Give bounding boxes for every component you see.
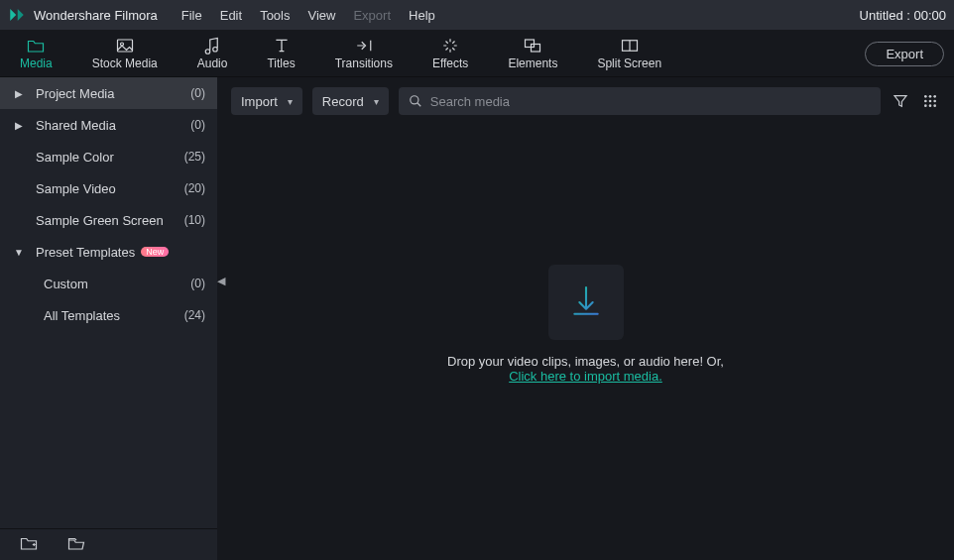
sidebar-item-count: (0) [190, 118, 205, 132]
image-icon [116, 37, 134, 55]
svg-point-5 [411, 96, 418, 104]
svg-point-14 [933, 104, 936, 107]
import-dropdown[interactable]: Import ▾ [231, 87, 302, 115]
sidebar-item-label: Preset Templates [36, 245, 135, 260]
new-badge: New [141, 247, 169, 257]
open-folder-icon[interactable] [67, 535, 85, 554]
sidebar-item-label: Custom [44, 277, 88, 291]
sidebar-item-count: (20) [184, 181, 205, 195]
sidebar-item-project-media[interactable]: ▶ Project Media (0) [0, 77, 217, 109]
sidebar-item-custom[interactable]: Custom (0) [0, 268, 217, 299]
sidebar: ▶ Project Media (0) ▶ Shared Media (0) S… [0, 77, 217, 528]
content-toolbar: Import ▾ Record ▾ [217, 83, 954, 119]
chevron-down-icon: ▾ [288, 96, 293, 107]
import-label: Import [241, 94, 278, 109]
tab-effects[interactable]: Effects [430, 30, 470, 77]
svg-point-10 [929, 100, 932, 103]
search-wrap[interactable] [399, 87, 881, 115]
sidebar-list: ▶ Project Media (0) ▶ Shared Media (0) S… [0, 77, 217, 528]
tab-effects-label: Effects [432, 56, 468, 70]
sidebar-item-count: (25) [184, 150, 205, 164]
sidebar-item-label: Sample Video [36, 181, 116, 196]
tab-elements-label: Elements [508, 56, 557, 70]
transitions-icon [355, 37, 373, 55]
sidebar-item-count: (24) [184, 308, 205, 322]
download-arrow-icon [566, 282, 606, 322]
main-area: ▶ Project Media (0) ▶ Shared Media (0) S… [0, 77, 954, 528]
sidebar-item-preset-templates[interactable]: ▼ Preset Templates New [0, 236, 217, 268]
tab-stock-label: Stock Media [92, 56, 158, 70]
record-dropdown[interactable]: Record ▾ [312, 87, 389, 115]
sidebar-item-label: All Templates [44, 308, 120, 323]
sidebar-item-count: (10) [184, 213, 205, 227]
tab-transitions[interactable]: Transitions [333, 30, 395, 77]
caret-right-icon: ▶ [14, 120, 24, 131]
app-logo-area: Wondershare Filmora [8, 6, 172, 24]
export-button[interactable]: Export [865, 42, 944, 66]
music-icon [203, 37, 221, 55]
menu-help[interactable]: Help [409, 8, 435, 23]
svg-rect-3 [532, 45, 540, 53]
sidebar-item-shared-media[interactable]: ▶ Shared Media (0) [0, 109, 217, 141]
svg-point-9 [924, 100, 927, 103]
sidebar-item-label: Project Media [36, 86, 114, 101]
filter-icon[interactable] [891, 91, 910, 111]
grid-view-icon[interactable] [920, 91, 940, 111]
app-name: Wondershare Filmora [34, 8, 158, 23]
tab-split-screen[interactable]: Split Screen [595, 30, 663, 77]
tool-tabs-bar: Media Stock Media Audio Titles Transitio… [0, 30, 954, 77]
sidebar-bottom-bar [0, 528, 217, 560]
sidebar-item-sample-color[interactable]: Sample Color (25) [0, 141, 217, 172]
tab-media-label: Media [20, 56, 53, 70]
svg-rect-0 [117, 40, 132, 52]
menu-tools[interactable]: Tools [260, 8, 290, 23]
main-menu: File Edit Tools View Export Help [181, 8, 435, 23]
overlap-icon [524, 37, 541, 55]
caret-right-icon: ▶ [14, 88, 24, 99]
tool-tabs: Media Stock Media Audio Titles Transitio… [18, 30, 663, 77]
new-folder-icon[interactable] [20, 535, 38, 554]
tab-split-label: Split Screen [597, 56, 661, 70]
menu-export: Export [353, 8, 391, 23]
import-media-link[interactable]: Click here to import media. [509, 369, 662, 384]
svg-point-8 [933, 95, 936, 98]
import-placeholder-card [548, 265, 624, 340]
app-logo-icon [8, 6, 26, 24]
tab-media[interactable]: Media [18, 30, 55, 77]
sidebar-item-sample-video[interactable]: Sample Video (20) [0, 172, 217, 204]
svg-point-7 [929, 95, 932, 98]
search-icon [409, 94, 422, 108]
tab-transitions-label: Transitions [335, 56, 393, 70]
sidebar-item-label: Sample Color [36, 150, 114, 165]
sparkle-icon [441, 37, 459, 55]
svg-point-12 [924, 104, 927, 107]
sidebar-item-label: Sample Green Screen [36, 213, 164, 228]
project-title: Untitled : 00:00 [860, 8, 946, 23]
menu-edit[interactable]: Edit [220, 8, 242, 23]
menu-file[interactable]: File [181, 8, 202, 23]
text-icon [273, 37, 291, 55]
svg-point-11 [933, 100, 936, 103]
tab-titles[interactable]: Titles [265, 30, 297, 77]
sidebar-item-all-templates[interactable]: All Templates (24) [0, 299, 217, 331]
svg-rect-2 [526, 40, 535, 48]
chevron-down-icon: ▾ [374, 96, 379, 107]
sidebar-item-count: (0) [190, 277, 205, 290]
sidebar-collapse-handle[interactable]: ◀ [217, 274, 225, 286]
drop-text: Drop your video clips, images, or audio … [447, 354, 724, 369]
sidebar-item-sample-green[interactable]: Sample Green Screen (10) [0, 204, 217, 236]
menu-view[interactable]: View [307, 8, 335, 23]
caret-down-icon: ▼ [14, 247, 24, 258]
tab-elements[interactable]: Elements [506, 30, 559, 77]
split-icon [621, 37, 639, 55]
search-input[interactable] [430, 94, 871, 109]
folder-icon [27, 37, 45, 55]
tab-stock-media[interactable]: Stock Media [90, 30, 160, 77]
content-panel: Import ▾ Record ▾ [217, 77, 954, 528]
tab-audio[interactable]: Audio [195, 30, 230, 77]
tab-audio-label: Audio [197, 56, 228, 70]
media-dropzone[interactable]: Drop your video clips, images, or audio … [217, 119, 954, 528]
record-label: Record [322, 94, 364, 109]
svg-point-6 [924, 95, 927, 98]
sidebar-item-count: (0) [190, 86, 205, 100]
